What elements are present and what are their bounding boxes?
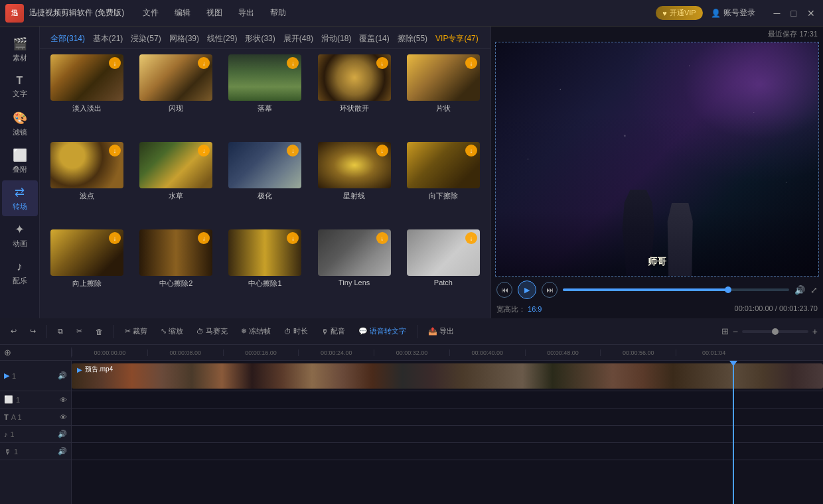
transition-item-4[interactable]: ↓ 环状散开 [313,54,396,138]
download-btn-14[interactable]: ↓ [376,232,388,244]
close-button[interactable]: ✕ [804,8,818,19]
maximize-button[interactable]: □ [788,8,799,19]
redo-button[interactable]: ↪ [25,324,41,338]
menu-export[interactable]: 导出 [236,6,257,20]
filter-tab-all[interactable]: 全部(314) [46,32,89,46]
filter-tab-cover[interactable]: 覆盖(14) [355,32,393,46]
minimize-button[interactable]: ─ [771,8,783,19]
video-label-num: 1 [12,372,16,380]
filter-tab-grid[interactable]: 网格(39) [165,32,203,46]
transition-item-12[interactable]: ↓ 中心擦除2 [134,229,218,313]
filter-tab-basic[interactable]: 基本(21) [89,32,127,46]
download-btn-5[interactable]: ↓ [465,57,477,69]
transition-item-8[interactable]: ↓ 极化 [223,142,307,225]
download-btn-4[interactable]: ↓ [376,57,388,69]
download-btn-2[interactable]: ↓ [198,57,210,69]
volume-icon[interactable]: 🔊 [794,285,805,295]
sidebar-item-text[interactable]: T 文字 [2,69,38,105]
zoom-in-icon[interactable]: + [812,326,818,337]
download-btn-1[interactable]: ↓ [109,57,121,69]
transition-thumb-3: ↓ [228,54,301,101]
subtitle-label-num: 1 [16,396,20,404]
transition-item-15[interactable]: ↓ Patch [402,229,485,313]
transition-item-5[interactable]: ↓ 片状 [402,54,485,138]
sidebar-item-transition[interactable]: ⇄ 转场 [2,180,38,216]
transition-item-7[interactable]: ↓ 水草 [134,142,218,225]
download-btn-10[interactable]: ↓ [465,145,477,157]
transition-item-14[interactable]: ↓ Tiny Lens [313,229,396,313]
skip-forward-button[interactable]: ⏭ [542,282,558,298]
scale-button[interactable]: ⤡ 缩放 [155,324,188,339]
subtitle-vis-icon[interactable]: 👁 [60,396,67,404]
music-audio-icon[interactable]: 🔊 [58,430,67,438]
cut-button[interactable]: ✂ [71,324,88,338]
menu-view[interactable]: 视图 [204,6,225,20]
sidebar-item-animation[interactable]: ✦ 动画 [2,218,38,253]
progress-handle[interactable] [725,286,731,293]
zoom-slider[interactable] [742,330,808,333]
download-btn-12[interactable]: ↓ [198,232,210,244]
vip-button[interactable]: ♥ 开通VIP [656,6,702,20]
sidebar-item-overlay[interactable]: ⬜ 叠附 [2,143,38,179]
filter-tab-expand[interactable]: 展开(48) [279,32,317,46]
filter-tab-wipe[interactable]: 擦除(55) [394,32,431,46]
menu-help[interactable]: 帮助 [267,6,289,20]
transition-label-6: 波点 [80,191,94,201]
freeze-button[interactable]: ❄ 冻结帧 [236,324,276,339]
progress-bar[interactable] [563,288,789,291]
download-btn-6[interactable]: ↓ [109,145,121,157]
preview-info: 宽高比： 16:9 00:01:00.00 / 00:01:23.70 [491,303,823,318]
download-btn-7[interactable]: ↓ [198,145,210,157]
grid-view-icon[interactable]: ⊞ [721,326,729,336]
play-button[interactable]: ▶ [518,281,536,299]
add-track-icon[interactable]: ⊕ [4,347,11,357]
sidebar-item-filter[interactable]: 🎨 滤镜 [2,106,38,142]
menu-edit[interactable]: 编辑 [172,6,193,20]
voice-audio-icon[interactable]: 🔊 [58,447,67,456]
login-button[interactable]: 👤 账号登录 [711,7,755,19]
download-btn-9[interactable]: ↓ [376,145,388,157]
zoom-handle[interactable] [772,328,779,335]
trim-button[interactable]: ✂ 裁剪 [119,324,153,339]
transition-item-13[interactable]: ↓ 中心擦除1 [223,229,307,313]
music-icon: ♪ [17,260,23,274]
filter-tab-slide[interactable]: 滑动(18) [317,32,355,46]
voice-track [72,443,823,460]
filter-tab-vip[interactable]: VIP专享(47) [431,32,483,46]
timeline-ruler: ⊕ 00:00:00.00 00:00:08.00 00:00:16.00 00… [0,345,823,361]
transition-item-2[interactable]: ↓ 闪现 [134,54,218,138]
speech-button[interactable]: 💬 语音转文字 [353,324,412,339]
video-label-icon: ▶ [4,371,9,380]
download-btn-3[interactable]: ↓ [287,57,299,69]
filter-tab-shape[interactable]: 形状(33) [241,32,279,46]
sidebar-item-material[interactable]: 🎬 素材 [2,32,38,68]
zoom-out-icon[interactable]: − [733,326,738,337]
filter-tab-linear[interactable]: 线性(29) [203,32,241,46]
skip-back-button[interactable]: ⏮ [496,282,512,298]
transition-item-3[interactable]: ↓ 落幕 [223,54,307,138]
mosaic-button[interactable]: ⏱ 马赛克 [191,324,233,339]
split-view-button[interactable]: ⧉ [52,324,68,338]
transition-item-6[interactable]: ↓ 波点 [45,142,129,225]
transition-item-9[interactable]: ↓ 星射线 [313,142,396,225]
download-btn-15[interactable]: ↓ [465,232,477,244]
undo-button[interactable]: ↩ [5,324,22,338]
sidebar-item-music[interactable]: ♪ 配乐 [2,255,38,290]
download-btn-8[interactable]: ↓ [287,145,299,157]
fullscreen-icon[interactable]: ⤢ [810,285,818,295]
export-button[interactable]: 📤 导出 [423,324,459,339]
text-vis-icon[interactable]: 👁 [60,413,67,421]
video-strip[interactable]: ▶ 预告.mp4 [72,363,823,389]
duration-button[interactable]: ⏱ 时长 [279,324,313,339]
menu-file[interactable]: 文件 [140,6,161,20]
transition-item-10[interactable]: ↓ 向下擦除 [402,142,485,225]
app-logo: 迅 [5,4,24,23]
filter-tab-soak[interactable]: 浸染(57) [127,32,165,46]
transition-item-11[interactable]: ↓ 向上擦除 [45,229,129,313]
audio-button[interactable]: 🎙 配音 [316,324,350,339]
download-btn-11[interactable]: ↓ [109,232,121,244]
download-btn-13[interactable]: ↓ [287,232,299,244]
transition-item-1[interactable]: ↓ 淡入淡出 [45,54,129,138]
sidebar-label-animation: 动画 [13,239,27,249]
delete-button[interactable]: 🗑 [90,325,108,338]
